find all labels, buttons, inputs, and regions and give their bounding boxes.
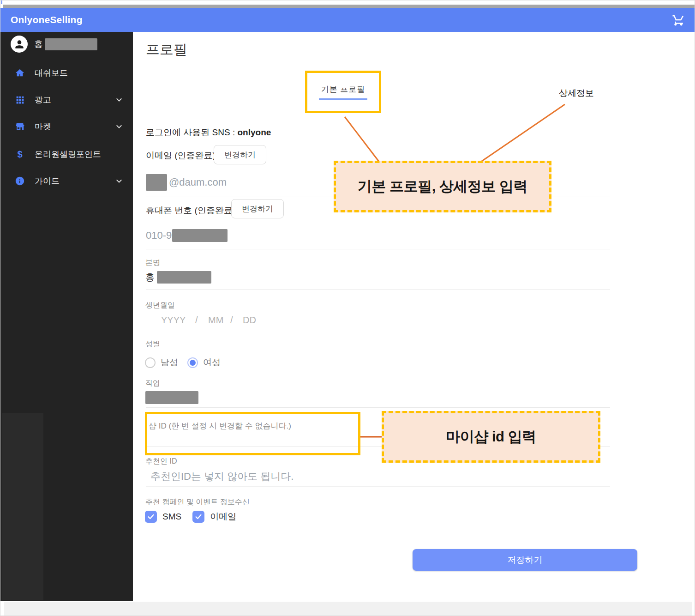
tab-highlight-box: [305, 71, 381, 113]
sidebar-item-label: 대쉬보드: [35, 67, 68, 79]
shopid-label[interactable]: 샵 ID (한 번 설정 시 변경할 수 없습니다.): [149, 421, 291, 431]
birth-day-input[interactable]: DD: [243, 315, 256, 326]
gender-option-male[interactable]: 남성: [145, 356, 178, 368]
sidebar-item-dashboard[interactable]: 대쉬보드: [0, 63, 133, 83]
sidebar-item-ads[interactable]: 광고: [0, 90, 133, 109]
birth-year-input[interactable]: YYYY: [161, 315, 186, 326]
realname-value[interactable]: 홍: [145, 271, 211, 284]
email-change-button[interactable]: 변경하기: [214, 145, 266, 164]
brand-logo[interactable]: OnlyoneSelling: [11, 14, 83, 25]
sidebar-item-label: 광고: [35, 94, 51, 105]
annotation-note-myshop: 마이샵 id 입력: [382, 411, 600, 463]
checkbox-checked-icon[interactable]: [145, 511, 157, 523]
top-margin: [0, 0, 695, 5]
avatar-icon: [11, 36, 28, 53]
phone-value[interactable]: 010-9: [146, 229, 228, 242]
annotation-note-profile: 기본 프로필, 상세정보 입력: [334, 161, 551, 212]
main-content: 프로필 로그인에 사용된 SNS : onlyone 이메일 (인증완료) 변경…: [133, 32, 695, 601]
phone-label: 휴대폰 번호 (인증완료): [146, 205, 235, 217]
chevron-down-icon: [115, 96, 123, 103]
referrer-label: 추천인 ID: [145, 457, 177, 466]
footer-strip: [4, 602, 692, 616]
subscribe-checkbox-group: SMS 이메일: [145, 511, 236, 523]
redaction-mask: [145, 391, 198, 404]
referrer-input[interactable]: 추천인ID는 넣지 않아도 됩니다.: [150, 470, 294, 483]
gender-option-female[interactable]: 여성: [187, 356, 221, 368]
home-icon: [14, 67, 25, 79]
checkbox-email[interactable]: 이메일: [192, 511, 236, 523]
shopid-highlight-box: [145, 412, 360, 455]
checkbox-sms[interactable]: SMS: [145, 511, 181, 523]
chevron-down-icon: [115, 123, 123, 130]
sidebar-item-label: 마켓: [35, 121, 51, 132]
top-header-bar: OnlyoneSelling: [0, 8, 695, 32]
subscribe-label: 추천 캠페인 및 이벤트 정보수신: [145, 497, 250, 507]
input-underline: [146, 289, 610, 290]
radio-unselected-icon[interactable]: [145, 357, 156, 368]
realname-label: 본명: [145, 258, 160, 268]
sns-login-line: 로그인에 사용된 SNS : onlyone: [146, 127, 271, 139]
sidebar-item-label: 온리원셀링포인트: [35, 149, 101, 160]
top-gray-strip: [3, 5, 695, 8]
radio-selected-icon[interactable]: [187, 357, 198, 368]
input-underline: [234, 329, 263, 329]
user-name-text: 홍: [34, 38, 43, 50]
input-underline: [146, 249, 610, 249]
sidebar-item-guide[interactable]: 가이드: [0, 171, 133, 191]
input-underline: [145, 329, 192, 329]
job-label: 직업: [145, 379, 160, 388]
redaction-mask: [45, 38, 97, 50]
birth-month-input[interactable]: MM: [208, 315, 223, 326]
redaction-mask: [157, 271, 211, 284]
sidebar-item-points[interactable]: $ 온리원셀링포인트: [0, 145, 133, 164]
cart-icon[interactable]: [671, 13, 685, 27]
dollar-icon: $: [14, 149, 25, 160]
sns-provider: onlyone: [237, 127, 271, 137]
phone-change-button[interactable]: 변경하기: [231, 199, 284, 218]
save-button[interactable]: 저장하기: [413, 549, 637, 571]
email-value[interactable]: @daum.com: [146, 174, 227, 191]
redaction-mask: [146, 174, 167, 191]
page-title: 프로필: [146, 40, 187, 59]
sidebar-lighter-panel: [2, 413, 43, 600]
date-separator: /: [195, 315, 198, 326]
annotation-detail-info-label: 상세정보: [559, 87, 594, 99]
info-icon: [14, 175, 25, 187]
checkbox-checked-icon[interactable]: [192, 511, 204, 523]
input-underline: [146, 486, 610, 487]
store-icon: [14, 121, 25, 132]
input-underline: [146, 407, 610, 408]
app-window: OnlyoneSelling 홍 대쉬보드: [0, 0, 695, 616]
corner-artifact: [1, 0, 2, 4]
birth-label: 생년월일: [145, 301, 175, 310]
email-label: 이메일 (인증완료): [146, 150, 216, 162]
sidebar-item-label: 가이드: [35, 175, 60, 187]
date-separator: /: [230, 315, 233, 326]
redaction-mask: [172, 229, 228, 242]
gender-label: 성별: [145, 339, 160, 349]
gender-radio-group: 남성 여성: [145, 356, 221, 368]
sidebar-user[interactable]: 홍: [11, 36, 97, 53]
grid-icon: [14, 94, 25, 105]
sidebar-item-market[interactable]: 마켓: [0, 117, 133, 136]
chevron-down-icon: [115, 177, 123, 185]
input-underline: [200, 329, 229, 329]
sidebar: 홍 대쉬보드 광고: [0, 32, 133, 601]
